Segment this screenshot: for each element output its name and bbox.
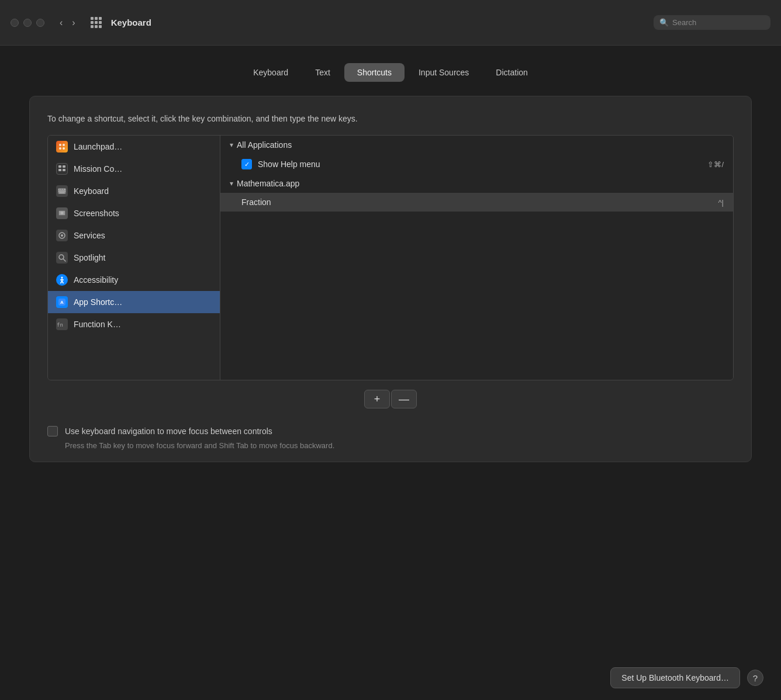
keyboard-nav-label: Use keyboard navigation to move focus be… <box>65 427 272 436</box>
svg-rect-4 <box>58 165 61 168</box>
keyboard-nav-sublabel: Press the Tab key to move focus forward … <box>47 441 734 450</box>
sidebar[interactable]: Launchpad… Mission Co… Keyboard <box>48 136 220 380</box>
show-help-menu-keys: ⇧⌘/ <box>707 160 724 169</box>
mathematica-label: Mathematica.app <box>237 179 299 188</box>
svg-line-22 <box>63 259 65 261</box>
fraction-keys: ^| <box>718 198 724 207</box>
svg-point-18 <box>61 213 63 214</box>
sidebar-item-accessibility[interactable]: Accessibility <box>48 269 220 291</box>
sidebar-label-spotlight: Spotlight <box>74 253 105 262</box>
sidebar-item-spotlight[interactable]: Spotlight <box>48 247 220 269</box>
sidebar-label-app-shortcuts: App Shortc… <box>74 297 122 307</box>
tab-input-sources[interactable]: Input Sources <box>406 63 482 82</box>
keyboard-icon <box>56 185 68 197</box>
traffic-lights <box>11 19 44 27</box>
back-arrow[interactable]: ‹ <box>56 16 66 29</box>
svg-rect-11 <box>62 189 63 190</box>
all-applications-label: All Applications <box>237 140 292 150</box>
svg-point-23 <box>61 277 63 279</box>
tab-bar: Keyboard Text Shortcuts Input Sources Di… <box>29 63 752 82</box>
svg-rect-12 <box>64 189 65 190</box>
fraction-row[interactable]: Fraction ^| <box>220 193 733 212</box>
sidebar-label-screenshots: Screenshots <box>74 209 119 218</box>
svg-point-3 <box>63 147 65 150</box>
svg-rect-9 <box>58 189 60 190</box>
right-pane: ▾ All Applications ✓ Show Help menu ⇧⌘/ … <box>220 136 733 380</box>
tab-keyboard[interactable]: Keyboard <box>240 63 301 82</box>
bluetooth-keyboard-button[interactable]: Set Up Bluetooth Keyboard… <box>610 667 740 688</box>
sidebar-item-services[interactable]: Services <box>48 224 220 247</box>
forward-arrow[interactable]: › <box>68 16 78 29</box>
footer: Set Up Bluetooth Keyboard… ? <box>610 667 763 688</box>
sidebar-label-accessibility: Accessibility <box>74 275 118 285</box>
sidebar-label-services: Services <box>74 231 105 240</box>
svg-point-20 <box>61 234 63 237</box>
sidebar-label-keyboard: Keyboard <box>74 186 109 196</box>
search-input[interactable] <box>672 18 765 27</box>
svg-point-1 <box>63 144 65 146</box>
add-shortcut-button[interactable]: + <box>364 390 390 408</box>
main-content: Keyboard Text Shortcuts Input Sources Di… <box>0 46 781 700</box>
accessibility-icon <box>56 274 68 286</box>
window-title: Keyboard <box>111 18 647 27</box>
shortcuts-layout: Launchpad… Mission Co… Keyboard <box>47 135 734 380</box>
svg-point-0 <box>59 144 61 146</box>
chevron-down-icon: ▾ <box>230 141 233 149</box>
sidebar-item-keyboard[interactable]: Keyboard <box>48 180 220 202</box>
spotlight-icon <box>56 252 68 264</box>
sidebar-item-mission-control[interactable]: Mission Co… <box>48 158 220 180</box>
show-help-menu-row[interactable]: ✓ Show Help menu ⇧⌘/ <box>220 154 733 174</box>
keyboard-nav-section: Use keyboard navigation to move focus be… <box>47 426 734 450</box>
sidebar-item-function-keys[interactable]: fn Function K… <box>48 313 220 335</box>
show-help-menu-label: Show Help menu <box>258 160 701 169</box>
all-applications-section[interactable]: ▾ All Applications <box>220 136 733 154</box>
svg-text:fn: fn <box>57 322 63 328</box>
remove-shortcut-button[interactable]: — <box>391 390 417 408</box>
checkmark-icon: ✓ <box>244 161 250 168</box>
svg-rect-10 <box>60 189 61 190</box>
mathematica-section[interactable]: ▾ Mathematica.app <box>220 174 733 193</box>
svg-rect-13 <box>58 190 65 192</box>
fraction-label: Fraction <box>241 197 718 207</box>
app-shortcuts-icon: A <box>56 296 68 308</box>
svg-text:A: A <box>60 300 64 305</box>
search-icon: 🔍 <box>659 18 669 27</box>
sidebar-label-launchpad: Launchpad… <box>74 142 122 151</box>
maximize-button[interactable] <box>36 19 44 27</box>
nav-arrows: ‹ › <box>56 16 79 29</box>
keyboard-nav-checkbox[interactable] <box>47 426 58 436</box>
keyboard-nav-row: Use keyboard navigation to move focus be… <box>47 426 734 436</box>
mission-control-icon <box>56 163 68 175</box>
sidebar-item-launchpad[interactable]: Launchpad… <box>48 136 220 158</box>
screenshots-icon <box>56 207 68 219</box>
tab-shortcuts[interactable]: Shortcuts <box>344 63 405 82</box>
close-button[interactable] <box>11 19 19 27</box>
svg-point-2 <box>59 147 61 150</box>
show-help-menu-checkbox[interactable]: ✓ <box>241 159 252 169</box>
sidebar-item-app-shortcuts[interactable]: A App Shortc… <box>48 291 220 313</box>
titlebar: ‹ › Keyboard 🔍 <box>0 0 781 46</box>
svg-rect-14 <box>59 192 65 193</box>
minimize-button[interactable] <box>23 19 32 27</box>
grid-icon[interactable] <box>91 17 102 28</box>
services-icon <box>56 230 68 241</box>
sidebar-label-function-keys: Function K… <box>74 320 121 329</box>
settings-panel: To change a shortcut, select it, click t… <box>29 96 752 462</box>
sidebar-item-screenshots[interactable]: Screenshots <box>48 202 220 224</box>
chevron-down-icon-2: ▾ <box>230 179 233 188</box>
svg-rect-7 <box>63 169 65 171</box>
search-bar[interactable]: 🔍 <box>654 15 770 30</box>
tab-dictation[interactable]: Dictation <box>483 63 540 82</box>
launchpad-icon <box>56 141 68 153</box>
tab-text[interactable]: Text <box>302 63 343 82</box>
help-button[interactable]: ? <box>747 670 763 686</box>
function-keys-icon: fn <box>56 318 68 330</box>
sidebar-label-mission-control: Mission Co… <box>74 164 122 174</box>
add-remove-buttons: + — <box>47 390 734 408</box>
hint-text: To change a shortcut, select it, click t… <box>47 114 734 123</box>
svg-rect-6 <box>58 169 61 171</box>
svg-line-27 <box>62 281 64 283</box>
svg-rect-5 <box>63 165 65 168</box>
